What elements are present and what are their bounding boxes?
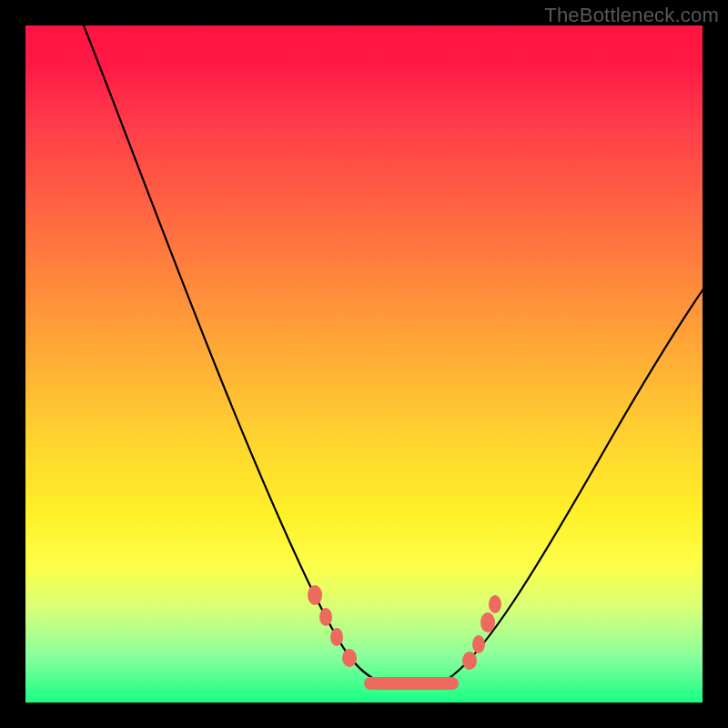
chart-frame: TheBottleneck.com bbox=[0, 0, 728, 728]
watermark-text: TheBottleneck.com bbox=[544, 4, 719, 27]
curve-left-branch bbox=[80, 25, 382, 682]
svg-point-6 bbox=[472, 635, 485, 653]
plot-area bbox=[25, 25, 703, 703]
curve-markers bbox=[308, 585, 501, 690]
svg-point-1 bbox=[319, 608, 332, 626]
svg-point-7 bbox=[480, 612, 495, 632]
svg-point-5 bbox=[462, 652, 477, 670]
svg-point-0 bbox=[308, 585, 322, 605]
svg-point-8 bbox=[489, 595, 501, 613]
bottleneck-curve-svg bbox=[25, 25, 703, 703]
svg-point-2 bbox=[330, 628, 343, 646]
svg-point-3 bbox=[342, 649, 357, 667]
svg-rect-4 bbox=[364, 677, 459, 690]
